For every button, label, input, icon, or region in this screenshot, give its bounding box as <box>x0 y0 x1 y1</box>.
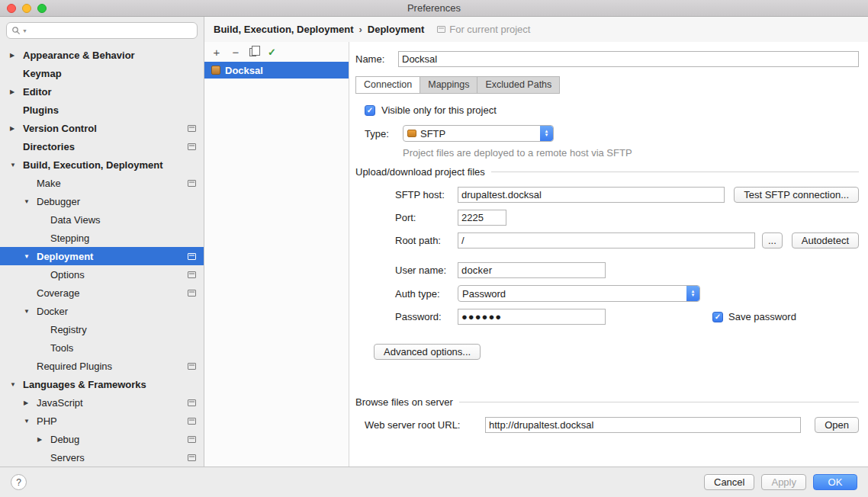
browse-section-title: Browse files on server <box>355 396 453 408</box>
auth-type-label: Auth type: <box>395 288 458 300</box>
add-server-icon[interactable]: + <box>211 46 222 58</box>
port-input[interactable] <box>458 210 506 226</box>
user-name-label: User name: <box>395 265 458 276</box>
sidebar-item-languages-frameworks[interactable]: ▼Languages & Frameworks <box>0 375 204 393</box>
chevron-right-icon[interactable]: ▶ <box>37 436 50 443</box>
upload-section-header: Upload/download project files <box>355 166 859 178</box>
project-settings-icon <box>188 290 196 297</box>
cancel-button[interactable]: Cancel <box>704 474 754 490</box>
sidebar-item-docker[interactable]: ▼Docker <box>0 302 204 320</box>
title-bar: Preferences <box>0 0 868 17</box>
server-list-toolbar: + − ✓ <box>204 42 349 62</box>
sidebar-item-required-plugins[interactable]: Required Plugins <box>0 357 204 375</box>
web-root-input[interactable] <box>485 417 801 433</box>
test-sftp-connection-button[interactable]: Test SFTP connection... <box>734 187 859 203</box>
password-input[interactable] <box>458 309 606 325</box>
root-path-input[interactable] <box>458 232 755 248</box>
user-name-input[interactable] <box>458 262 606 278</box>
project-settings-icon <box>188 125 196 132</box>
sidebar-item-javascript[interactable]: ▶JavaScript <box>0 393 204 412</box>
chevron-down-icon[interactable]: ▼ <box>10 162 23 168</box>
breadcrumb-separator: › <box>358 24 362 35</box>
copy-server-icon[interactable] <box>249 48 256 56</box>
project-settings-icon <box>188 253 196 260</box>
chevron-down-icon[interactable]: ▼ <box>24 253 37 260</box>
chevron-down-icon[interactable]: ▼ <box>24 308 37 315</box>
upload-section-title: Upload/download project files <box>355 166 485 178</box>
tab-mappings[interactable]: Mappings <box>420 76 477 94</box>
project-settings-icon <box>188 143 196 150</box>
minimize-button[interactable] <box>22 4 31 13</box>
server-list-item-docksal[interactable]: Docksal <box>204 62 349 79</box>
chevron-right-icon[interactable]: ▶ <box>24 399 37 406</box>
settings-tree: ▶Appearance & Behavior Keymap ▶Editor Pl… <box>0 43 204 467</box>
tab-excluded-paths[interactable]: Excluded Paths <box>477 76 560 94</box>
chevron-right-icon[interactable]: ▶ <box>10 125 23 132</box>
sidebar-item-servers[interactable]: Servers <box>0 448 204 467</box>
zoom-button[interactable] <box>37 4 47 13</box>
sidebar-item-keymap[interactable]: Keymap <box>0 64 204 82</box>
sidebar-item-registry[interactable]: Registry <box>0 320 204 338</box>
type-label: Type: <box>365 128 397 139</box>
name-input[interactable] <box>398 51 859 67</box>
settings-search-input[interactable] <box>29 25 192 36</box>
breadcrumb-build-execution-deployment[interactable]: Build, Execution, Deployment <box>214 24 353 35</box>
sidebar-item-options[interactable]: Options <box>0 265 204 284</box>
sidebar-item-data-views[interactable]: Data Views <box>0 210 204 229</box>
project-settings-icon <box>188 180 196 187</box>
sidebar-item-debugger[interactable]: ▼Debugger <box>0 192 204 210</box>
sftp-host-input[interactable] <box>458 187 725 203</box>
open-button[interactable]: Open <box>815 417 859 433</box>
sidebar-item-tools[interactable]: Tools <box>0 338 204 357</box>
sidebar-item-appearance-behavior[interactable]: ▶Appearance & Behavior <box>0 46 204 64</box>
visible-only-checkbox[interactable]: ✓ <box>365 105 375 116</box>
sidebar-item-version-control[interactable]: ▶Version Control <box>0 119 204 137</box>
ok-button[interactable]: OK <box>813 474 857 490</box>
sidebar-item-build-execution-deployment[interactable]: ▼Build, Execution, Deployment <box>0 156 204 174</box>
type-value: SFTP <box>420 128 536 139</box>
settings-search-box[interactable]: ▼ <box>6 22 198 39</box>
sidebar-item-editor[interactable]: ▶Editor <box>0 82 204 101</box>
dropdown-stepper-icon[interactable]: ▲▼ <box>540 126 553 141</box>
window-title: Preferences <box>0 0 868 16</box>
section-divider <box>459 402 859 402</box>
scope-label: For current project <box>449 24 530 35</box>
chevron-right-icon[interactable]: ▶ <box>10 88 23 95</box>
sidebar-item-stepping[interactable]: Stepping <box>0 229 204 247</box>
dropdown-stepper-icon[interactable]: ▲▼ <box>686 286 699 301</box>
help-button[interactable]: ? <box>11 474 27 490</box>
sftp-host-label: SFTP host: <box>395 189 458 200</box>
dialog-footer: ? Cancel Apply OK <box>0 467 868 497</box>
sidebar-item-php[interactable]: ▼PHP <box>0 412 204 430</box>
server-icon <box>211 66 220 75</box>
sidebar-item-php-debug[interactable]: ▶Debug <box>0 430 204 448</box>
type-dropdown[interactable]: SFTP ▲▼ <box>403 125 554 142</box>
project-settings-icon <box>188 271 196 278</box>
autodetect-button[interactable]: Autodetect <box>792 232 859 248</box>
sidebar-item-make[interactable]: Make <box>0 174 204 192</box>
tab-connection[interactable]: Connection <box>355 76 420 94</box>
auth-type-dropdown[interactable]: Password ▲▼ <box>458 285 700 302</box>
project-settings-icon <box>188 399 196 406</box>
project-settings-icon <box>188 363 196 370</box>
chevron-down-icon[interactable]: ▼ <box>24 198 37 205</box>
chevron-down-icon[interactable]: ▼ <box>24 418 37 425</box>
use-as-default-icon[interactable]: ✓ <box>268 46 276 58</box>
chevron-down-icon[interactable]: ▼ <box>10 381 23 388</box>
settings-sidebar: ▼ ▶Appearance & Behavior Keymap ▶Editor … <box>0 17 204 467</box>
sidebar-item-deployment[interactable]: ▼Deployment <box>0 247 204 265</box>
advanced-options-button[interactable]: Advanced options... <box>374 344 481 360</box>
search-options-caret-icon[interactable]: ▼ <box>22 28 27 34</box>
close-button[interactable] <box>7 4 16 13</box>
preferences-window: Preferences ▼ ▶Appearance & Behavior Key… <box>0 0 868 497</box>
password-label: Password: <box>395 311 458 322</box>
browse-root-path-button[interactable]: ... <box>762 232 783 248</box>
sidebar-item-coverage[interactable]: Coverage <box>0 284 204 302</box>
sidebar-item-directories[interactable]: Directories <box>0 137 204 156</box>
breadcrumb-deployment: Deployment <box>368 24 424 35</box>
remove-server-icon[interactable]: − <box>230 46 241 58</box>
chevron-right-icon[interactable]: ▶ <box>10 52 23 59</box>
save-password-checkbox[interactable]: ✓ <box>712 312 723 322</box>
sidebar-item-plugins[interactable]: Plugins <box>0 101 204 119</box>
port-label: Port: <box>395 212 458 223</box>
